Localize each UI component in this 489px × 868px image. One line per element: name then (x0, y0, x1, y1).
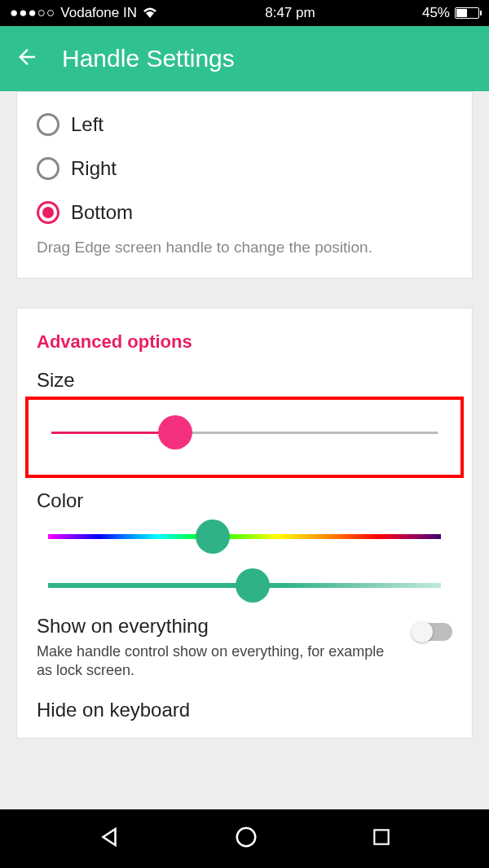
nav-back-icon[interactable] (97, 825, 121, 853)
status-left: ●●●○○ Vodafone IN (10, 5, 158, 21)
position-helper: Drag Edge screen handle to change the po… (37, 239, 452, 256)
app-bar: Handle Settings (0, 26, 489, 91)
status-right: 45% (422, 5, 479, 21)
radio-label: Bottom (71, 201, 133, 224)
toggle-knob (412, 621, 433, 642)
advanced-header: Advanced options (37, 331, 452, 353)
back-arrow-icon[interactable] (15, 45, 39, 72)
radio-icon (37, 157, 59, 180)
color-label: Color (37, 489, 452, 512)
size-label: Size (37, 369, 452, 392)
carrier-label: Vodafone IN (60, 5, 137, 21)
radio-icon (37, 113, 59, 136)
radio-bottom[interactable]: Bottom (37, 201, 452, 224)
slider-thumb[interactable] (158, 415, 192, 449)
hide-on-keyboard-label[interactable]: Hide on keyboard (37, 699, 452, 721)
signal-dots-icon: ●●●○○ (10, 5, 55, 21)
radio-icon-selected (37, 201, 59, 224)
nav-recent-icon[interactable] (371, 826, 392, 851)
size-slider-highlight (25, 397, 464, 478)
battery-pct: 45% (422, 5, 450, 21)
show-toggle[interactable] (413, 623, 452, 641)
status-bar: ●●●○○ Vodafone IN 8:47 pm 45% (0, 0, 489, 26)
radio-label: Right (71, 157, 117, 180)
radio-right[interactable]: Right (37, 157, 452, 180)
content-scroll[interactable]: Left Right Bottom Drag Edge screen handl… (0, 91, 489, 809)
slider-thumb[interactable] (196, 519, 230, 554)
page-title: Handle Settings (62, 45, 235, 72)
slider-track (51, 432, 438, 434)
slider-thumb[interactable] (236, 568, 270, 603)
radio-label: Left (71, 113, 104, 136)
switch-text: Show on everything Make handle control s… (37, 615, 399, 681)
android-nav-bar (0, 809, 489, 868)
hue-slider[interactable] (37, 517, 452, 556)
radio-left[interactable]: Left (37, 113, 452, 136)
show-label: Show on everything (37, 615, 399, 638)
saturation-track (48, 583, 441, 588)
advanced-card: Advanced options Size Color Show on ever… (16, 308, 473, 739)
show-on-everything-row[interactable]: Show on everything Make handle control s… (37, 615, 452, 681)
hue-track (48, 534, 441, 539)
status-time: 8:47 pm (265, 5, 315, 21)
show-sub: Make handle control show on everything, … (37, 642, 399, 681)
saturation-slider[interactable] (37, 566, 452, 605)
size-slider[interactable] (40, 413, 449, 452)
nav-home-icon[interactable] (234, 825, 258, 853)
battery-icon (455, 7, 479, 19)
svg-rect-1 (374, 830, 388, 844)
svg-point-0 (237, 828, 256, 847)
wifi-icon (142, 7, 158, 20)
position-card: Left Right Bottom Drag Edge screen handl… (16, 91, 473, 278)
